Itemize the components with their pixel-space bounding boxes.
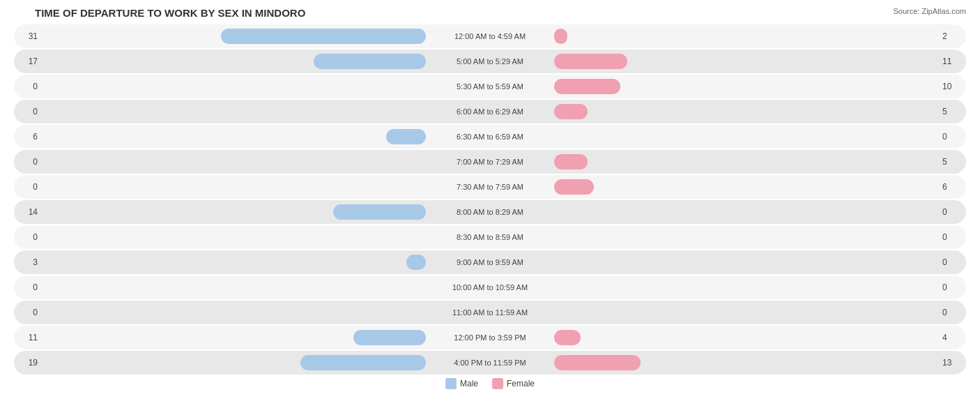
time-label: 12:00 AM to 4:59 AM	[427, 32, 553, 40]
female-bar	[554, 104, 588, 119]
time-label: 11:00 AM to 11:59 AM	[427, 308, 553, 317]
female-bar	[554, 330, 581, 345]
chart-area: 31 12:00 AM to 4:59 AM 2 17 5:00 AM to 5…	[14, 24, 966, 363]
time-label: 8:30 AM to 8:59 AM	[427, 233, 553, 241]
chart-row: 0 8:30 AM to 8:59 AM 0	[14, 225, 966, 249]
time-label: 6:00 AM to 6:29 AM	[427, 107, 553, 116]
female-bar-container	[553, 29, 938, 44]
chart-row: 14 8:00 AM to 8:29 AM 0	[14, 200, 966, 224]
male-bar	[300, 355, 427, 370]
legend: Male Female	[14, 378, 966, 389]
time-label: 12:00 PM to 3:59 PM	[427, 333, 553, 342]
female-bar-container	[553, 179, 938, 195]
male-value: 0	[14, 107, 42, 116]
male-value: 0	[14, 182, 42, 192]
male-value: 0	[14, 157, 42, 167]
time-label: 7:00 AM to 7:29 AM	[427, 158, 553, 166]
chart-row: 0 11:00 AM to 11:59 AM 0	[14, 301, 966, 324]
female-value: 0	[938, 232, 966, 242]
male-bar-container	[42, 280, 427, 295]
male-bar	[386, 129, 426, 144]
male-bar-container	[42, 305, 427, 320]
time-label: 5:00 AM to 5:29 AM	[427, 57, 553, 66]
chart-row: 0 7:30 AM to 7:59 AM 6	[14, 175, 966, 199]
bars-center: 7:30 AM to 7:59 AM	[42, 175, 938, 199]
bars-center: 4:00 PM to 11:59 PM	[42, 351, 938, 375]
female-bar	[554, 355, 641, 370]
female-value: 0	[938, 207, 966, 217]
male-bar-container	[42, 104, 427, 119]
male-value: 3	[14, 257, 42, 267]
male-bar-container	[42, 355, 427, 370]
time-label: 9:00 AM to 9:59 AM	[427, 258, 553, 266]
male-value: 0	[14, 282, 42, 292]
male-bar-container	[42, 179, 427, 195]
female-bar-container	[553, 79, 938, 94]
male-bar-container	[42, 330, 427, 345]
chart-title: TIME OF DEPARTURE TO WORK BY SEX IN MIND…	[14, 7, 966, 19]
female-bar-container	[553, 229, 938, 245]
chart-row: 0 5:30 AM to 5:59 AM 10	[14, 75, 966, 98]
chart-row: 31 12:00 AM to 4:59 AM 2	[14, 24, 966, 48]
female-bar-container	[553, 255, 938, 270]
female-value: 10	[938, 82, 966, 91]
male-bar-container	[42, 79, 427, 94]
chart-row: 0 6:00 AM to 6:29 AM 5	[14, 100, 966, 123]
time-label: 7:30 AM to 7:59 AM	[427, 183, 553, 191]
female-value: 11	[938, 56, 966, 66]
bars-center: 6:00 AM to 6:29 AM	[42, 100, 938, 123]
female-bar-container	[553, 305, 938, 320]
chart-row: 6 6:30 AM to 6:59 AM 0	[14, 125, 966, 149]
male-bar-container	[42, 229, 427, 245]
chart-row: 0 10:00 AM to 10:59 AM 0	[14, 276, 966, 299]
legend-male: Male	[445, 378, 478, 389]
female-bar	[554, 179, 594, 195]
female-bar-container	[553, 355, 938, 370]
bars-center: 11:00 AM to 11:59 AM	[42, 301, 938, 324]
male-bar-container	[42, 54, 427, 69]
female-bar-container	[553, 104, 938, 119]
chart-row: 17 5:00 AM to 5:29 AM 11	[14, 50, 966, 73]
female-bar-container	[553, 330, 938, 345]
chart-row: 0 7:00 AM to 7:29 AM 5	[14, 150, 966, 174]
female-value: 5	[938, 157, 966, 167]
female-bar	[554, 29, 567, 44]
time-label: 8:00 AM to 8:29 AM	[427, 208, 553, 216]
female-value: 13	[938, 358, 966, 368]
legend-male-label: Male	[460, 379, 478, 388]
female-value: 6	[938, 182, 966, 192]
bars-center: 10:00 AM to 10:59 AM	[42, 276, 938, 299]
female-value: 0	[938, 308, 966, 317]
female-bar	[554, 79, 620, 94]
bars-center: 6:30 AM to 6:59 AM	[42, 125, 938, 149]
male-bar-container	[42, 154, 427, 169]
chart-row: 3 9:00 AM to 9:59 AM 0	[14, 250, 966, 274]
legend-female: Female	[492, 378, 535, 389]
bars-center: 9:00 AM to 9:59 AM	[42, 250, 938, 274]
bars-center: 8:00 AM to 8:29 AM	[42, 200, 938, 224]
female-bar-container	[553, 129, 938, 144]
legend-male-box	[445, 378, 457, 389]
male-bar-container	[42, 129, 427, 144]
female-bar	[554, 54, 627, 69]
female-bar	[554, 154, 588, 169]
male-bar-container	[42, 255, 427, 270]
time-label: 5:30 AM to 5:59 AM	[427, 82, 553, 91]
bars-center: 12:00 PM to 3:59 PM	[42, 326, 938, 349]
bars-center: 5:30 AM to 5:59 AM	[42, 75, 938, 98]
bars-center: 7:00 AM to 7:29 AM	[42, 150, 938, 174]
female-bar-container	[553, 154, 938, 169]
female-value: 5	[938, 107, 966, 116]
female-bar-container	[553, 280, 938, 295]
bars-center: 8:30 AM to 8:59 AM	[42, 225, 938, 249]
male-value: 31	[14, 31, 42, 41]
male-value: 19	[14, 358, 42, 368]
male-value: 0	[14, 308, 42, 317]
male-value: 0	[14, 232, 42, 242]
male-bar	[314, 54, 427, 69]
chart-row: 11 12:00 PM to 3:59 PM 4	[14, 326, 966, 349]
female-value: 4	[938, 333, 966, 342]
male-bar	[221, 29, 427, 44]
time-label: 10:00 AM to 10:59 AM	[427, 283, 553, 292]
legend-female-label: Female	[507, 379, 535, 388]
